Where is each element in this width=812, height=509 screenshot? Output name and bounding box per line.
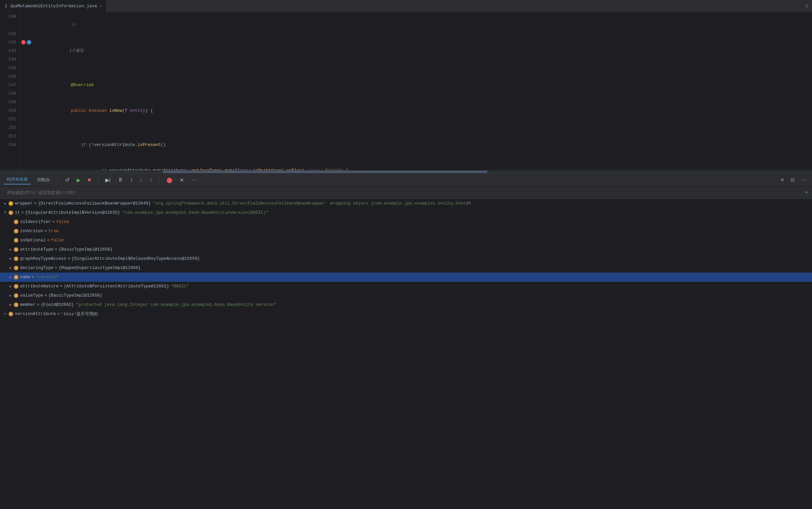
code-line-245: if (!versionAttribute.isPresent() [35, 132, 812, 158]
run-to-cursor-btn[interactable]: ▶| [104, 176, 112, 184]
code-line-240: */ [35, 12, 812, 38]
tab-variables[interactable]: 程序和变量 [4, 175, 31, 184]
close-panel-btn[interactable]: × [779, 176, 786, 184]
var-toggle-versionattribute: ∞ [3, 311, 8, 317]
variable-tree: ▶ i wrapper = {DirectFieldAccessFallback… [0, 199, 812, 497]
var-icon-isidentifier: i [14, 219, 19, 224]
var-row-isversion[interactable]: ▶ i isVersion = true [0, 227, 812, 236]
var-row-attributenature[interactable]: ▶ i attributeNature = {Attribute$Persist… [0, 282, 812, 291]
editor-scrollbar[interactable] [0, 170, 812, 173]
var-toggle-isoptional: ▶ [8, 238, 13, 243]
var-row-declaringtype[interactable]: ▶ i declaringType = {MappedSuperclassTyp… [0, 263, 812, 273]
var-row-name[interactable]: ▶ i name = "version" [0, 273, 812, 282]
var-row-isidentifier[interactable]: ▶ i isIdentifier = false [0, 217, 812, 227]
toolbar-separator-1 [58, 176, 58, 183]
var-icon-wrapper: i [8, 201, 13, 206]
line-num-250: 250 [3, 106, 16, 115]
debugger-toolbar: 程序和变量 控制台 ↺ ▶ ■ ▶| ⏸ ⤵ ↓ ↑ ⬤ ✕ ⋯ × ⊡ ⋯ [0, 173, 812, 187]
var-icon-valuetype: i [14, 293, 19, 298]
pause-btn[interactable]: ⏸ [116, 176, 125, 184]
step-into-btn[interactable]: ↓ [138, 176, 144, 184]
bottom-panel: 程序和变量 控制台 ↺ ▶ ■ ▶| ⏸ ⤵ ↓ ↑ ⬤ ✕ ⋯ × ⊡ ⋯ +… [0, 173, 812, 497]
line-num-244: 244 [3, 55, 16, 64]
file-tab[interactable]: J JpaMetamodelEntityInformation.java × [0, 0, 107, 12]
line-numbers: 240 . 241 242 243 244 245 246 247 248 24… [0, 12, 20, 170]
code-area: */ 1个重写 @Override public boolean isNew(T… [30, 12, 812, 170]
var-row-graphkeytypeaccess[interactable]: ▶ i graphKeyTypeAccess = {SingularAttrib… [0, 254, 812, 263]
var-toggle-member[interactable]: ▶ [8, 302, 13, 307]
var-row-wrapper[interactable]: ▶ i wrapper = {DirectFieldAccessFallback… [0, 199, 812, 208]
var-icon-it: i [8, 210, 13, 215]
clear-output-btn[interactable]: ✕ [178, 176, 186, 184]
var-row-isoptional[interactable]: ▶ i isOptional = false [0, 236, 812, 245]
reader-mode-icon[interactable]: ⊡ [805, 3, 808, 9]
var-row-attributetype[interactable]: ▶ i attributeType = {BasicTypeImpl@12658… [0, 245, 812, 254]
line-num-251: 251 [3, 115, 16, 124]
var-toggle-attributetype[interactable]: ▶ [8, 247, 13, 252]
var-row-it[interactable]: ▼ i it = {SingularAttributeImpl$Version@… [0, 208, 812, 217]
var-toggle-wrapper[interactable]: ▶ [3, 201, 8, 206]
code-editor: 240 . 241 242 243 244 245 246 247 248 24… [0, 12, 812, 170]
override-hint: 1个重写 [35, 38, 812, 64]
code-line-244 [35, 124, 812, 132]
var-toggle-isidentifier: ▶ [8, 219, 13, 225]
line-num-240: 240 [3, 12, 16, 21]
var-toggle-attributenature[interactable]: ▶ [8, 284, 13, 289]
more-actions-btn[interactable]: ⋯ [190, 176, 198, 184]
code-line-243: public boolean isNew(T entity) { [35, 98, 812, 124]
var-icon-attributetype: i [14, 247, 19, 252]
var-icon-name: i [14, 275, 19, 279]
toolbar-separator-3 [159, 176, 160, 183]
line-num-blank1: . [3, 21, 16, 30]
line-num-247: 247 [3, 81, 16, 90]
watches-expression-input[interactable] [4, 189, 802, 196]
panel-more-btn[interactable]: ⋯ [800, 176, 808, 184]
mute-breakpoints-btn[interactable]: ⬤ [165, 176, 174, 184]
step-over-btn[interactable]: ⤵ [129, 176, 134, 183]
expand-panel-btn[interactable]: ⊡ [789, 176, 796, 183]
editor-gutter: . . . ⬤ ⬤ . . . . . . . . . . . . [20, 12, 30, 170]
step-out-btn[interactable]: ↑ [148, 176, 154, 184]
line-num-241: 241 [3, 30, 16, 38]
var-row-member[interactable]: ▶ i member = {Field@12662} "protected ja… [0, 300, 812, 309]
add-watch-button[interactable]: + [805, 189, 808, 196]
var-row-versionattribute[interactable]: ∞ i versionAttribute = 'this'是不可用的 [0, 309, 812, 318]
var-row-valuetype[interactable]: ▶ i valueType = {BasicTypeImpl@12658} [0, 291, 812, 300]
resume-button[interactable]: ▶ [75, 176, 82, 184]
tab-close-button[interactable]: × [99, 4, 102, 8]
var-icon-member: i [14, 303, 19, 307]
toolbar-right-actions: × ⊡ ⋯ [779, 176, 808, 184]
line-num-242: 242 [3, 38, 16, 47]
line-num-248: 248 [3, 90, 16, 98]
var-toggle-name[interactable]: ▶ [8, 275, 13, 280]
restart-button[interactable]: ↺ [64, 176, 71, 184]
line-num-243: 243 [3, 47, 16, 55]
tab-filename: JpaMetamodelEntityInformation.java [9, 4, 97, 8]
var-icon-attributenature: i [14, 284, 19, 289]
var-toggle-declaringtype[interactable]: ▶ [8, 265, 13, 271]
var-icon-isoptional: i [14, 238, 19, 243]
code-line-241 [35, 64, 812, 72]
line-num-249: 249 [3, 98, 16, 106]
line-num-245: 245 [3, 64, 16, 72]
var-toggle-graphkeytypeaccess[interactable]: ▶ [8, 256, 13, 262]
var-toggle-valuetype[interactable]: ▶ [8, 293, 13, 298]
stop-button[interactable]: ■ [86, 176, 93, 184]
var-toggle-it[interactable]: ▼ [3, 210, 8, 215]
line-num-252: 252 [3, 124, 16, 132]
line-num-246: 246 [3, 72, 16, 81]
var-icon-declaringtype: i [14, 266, 19, 270]
tab-bar: J JpaMetamodelEntityInformation.java × ⊡ [0, 0, 812, 12]
var-icon-graphkeytypeaccess: i [14, 257, 19, 261]
var-icon-isversion: i [14, 229, 19, 233]
tab-console[interactable]: 控制台 [37, 177, 50, 183]
breakpoint-icon[interactable]: ⬤ [21, 38, 26, 47]
var-toggle-isversion: ▶ [8, 229, 13, 234]
line-num-253: 253 [3, 132, 16, 141]
watches-input-bar: + [0, 187, 812, 199]
java-file-icon: J [5, 4, 7, 8]
line-num-254: 254 [3, 141, 16, 149]
toolbar-separator-2 [98, 176, 98, 183]
code-line-246: || versionAttribute.map(Attribute::getJa… [35, 158, 812, 170]
code-line-242: @Override [35, 72, 812, 98]
